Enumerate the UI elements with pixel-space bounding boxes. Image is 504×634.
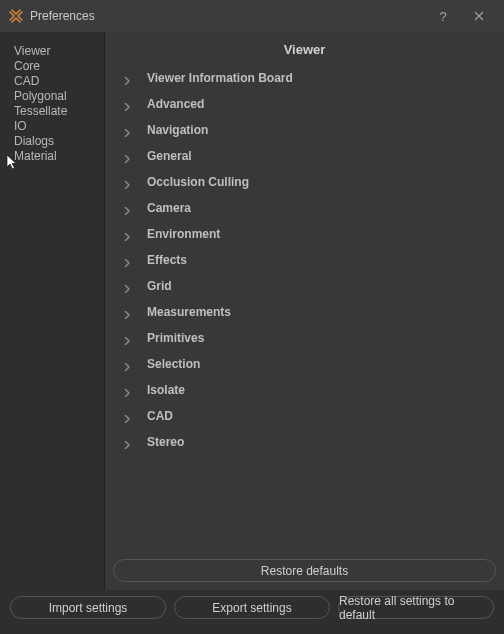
- chevron-right-icon: [123, 282, 131, 290]
- section-occlusion-culling[interactable]: Occlusion Culling: [105, 169, 504, 195]
- sidebar-item-io[interactable]: IO: [14, 119, 104, 134]
- section-label: Navigation: [147, 123, 208, 137]
- sidebar-item-viewer[interactable]: Viewer: [14, 44, 104, 59]
- section-label: Selection: [147, 357, 200, 371]
- chevron-right-icon: [123, 412, 131, 420]
- section-navigation[interactable]: Navigation: [105, 117, 504, 143]
- section-stereo[interactable]: Stereo: [105, 429, 504, 455]
- chevron-right-icon: [123, 360, 131, 368]
- chevron-right-icon: [123, 386, 131, 394]
- section-viewer-information-board[interactable]: Viewer Information Board: [105, 65, 504, 91]
- content-panel: Viewer Viewer Information Board Advanced…: [104, 32, 504, 590]
- section-label: Advanced: [147, 97, 204, 111]
- sections-list: Viewer Information Board Advanced Naviga…: [105, 65, 504, 455]
- chevron-right-icon: [123, 230, 131, 238]
- restore-all-button[interactable]: Restore all settings to default: [338, 596, 494, 619]
- window-title: Preferences: [30, 9, 95, 23]
- footer: Import settings Export settings Restore …: [0, 590, 504, 629]
- chevron-right-icon: [123, 100, 131, 108]
- export-settings-button[interactable]: Export settings: [174, 596, 330, 619]
- help-button[interactable]: ?: [428, 0, 458, 32]
- close-button[interactable]: [464, 0, 494, 32]
- section-label: Viewer Information Board: [147, 71, 293, 85]
- section-effects[interactable]: Effects: [105, 247, 504, 273]
- section-label: Effects: [147, 253, 187, 267]
- chevron-right-icon: [123, 74, 131, 82]
- chevron-right-icon: [123, 334, 131, 342]
- section-label: Stereo: [147, 435, 184, 449]
- section-label: Environment: [147, 227, 220, 241]
- section-environment[interactable]: Environment: [105, 221, 504, 247]
- section-measurements[interactable]: Measurements: [105, 299, 504, 325]
- chevron-right-icon: [123, 152, 131, 160]
- app-icon: [8, 8, 24, 24]
- import-settings-button[interactable]: Import settings: [10, 596, 166, 619]
- section-grid[interactable]: Grid: [105, 273, 504, 299]
- section-cad[interactable]: CAD: [105, 403, 504, 429]
- section-advanced[interactable]: Advanced: [105, 91, 504, 117]
- title-bar: Preferences ?: [0, 0, 504, 32]
- sidebar-item-core[interactable]: Core: [14, 59, 104, 74]
- chevron-right-icon: [123, 204, 131, 212]
- section-label: Grid: [147, 279, 172, 293]
- sidebar-item-tessellate[interactable]: Tessellate: [14, 104, 104, 119]
- sidebar-item-cad[interactable]: CAD: [14, 74, 104, 89]
- chevron-right-icon: [123, 308, 131, 316]
- panel-title: Viewer: [105, 32, 504, 65]
- section-label: Camera: [147, 201, 191, 215]
- section-general[interactable]: General: [105, 143, 504, 169]
- chevron-right-icon: [123, 178, 131, 186]
- section-label: Occlusion Culling: [147, 175, 249, 189]
- sidebar-item-polygonal[interactable]: Polygonal: [14, 89, 104, 104]
- section-selection[interactable]: Selection: [105, 351, 504, 377]
- section-label: Measurements: [147, 305, 231, 319]
- section-label: General: [147, 149, 192, 163]
- sidebar: Viewer Core CAD Polygonal Tessellate IO …: [0, 32, 104, 590]
- sidebar-item-dialogs[interactable]: Dialogs: [14, 134, 104, 149]
- chevron-right-icon: [123, 126, 131, 134]
- section-label: CAD: [147, 409, 173, 423]
- section-label: Primitives: [147, 331, 204, 345]
- section-isolate[interactable]: Isolate: [105, 377, 504, 403]
- chevron-right-icon: [123, 438, 131, 446]
- section-primitives[interactable]: Primitives: [105, 325, 504, 351]
- section-camera[interactable]: Camera: [105, 195, 504, 221]
- chevron-right-icon: [123, 256, 131, 264]
- section-label: Isolate: [147, 383, 185, 397]
- sidebar-item-material[interactable]: Material: [14, 149, 104, 164]
- restore-defaults-button[interactable]: Restore defaults: [113, 559, 496, 582]
